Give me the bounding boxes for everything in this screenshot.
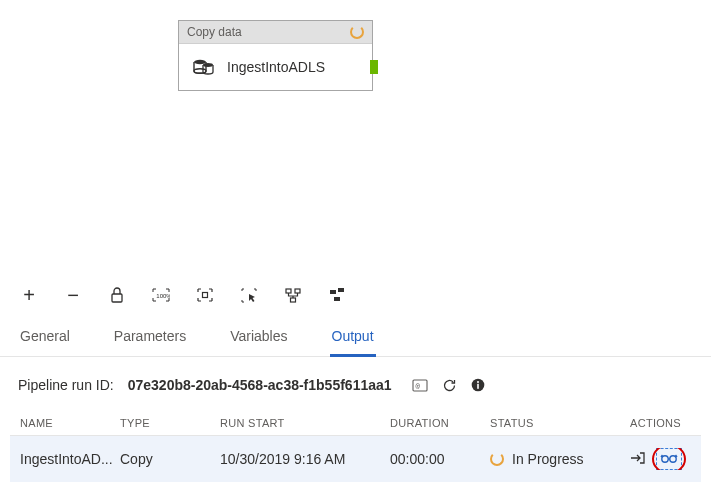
pipeline-run-bar: Pipeline run ID: 07e320b8-20ab-4568-ac38… <box>0 357 711 411</box>
svg-rect-11 <box>334 297 340 301</box>
output-port[interactable] <box>370 60 378 74</box>
svg-point-0 <box>194 60 206 64</box>
activity-header: Copy data <box>179 21 372 44</box>
canvas-toolbar: 100% <box>0 275 711 316</box>
svg-point-17 <box>662 456 668 462</box>
svg-point-15 <box>477 381 479 383</box>
tab-output[interactable]: Output <box>330 322 376 357</box>
col-actions: ACTIONS <box>630 417 710 429</box>
col-type: TYPE <box>120 417 220 429</box>
status-text: In Progress <box>512 451 584 467</box>
input-action-button[interactable] <box>630 451 646 468</box>
run-id-value: 07e320b8-20ab-4568-ac38-f1b55f611aa1 <box>128 377 392 393</box>
cell-duration: 00:00:00 <box>390 451 490 467</box>
layout-button[interactable] <box>326 284 348 306</box>
tab-parameters[interactable]: Parameters <box>112 322 188 356</box>
zoom-100-button[interactable]: 100% <box>150 284 172 306</box>
svg-rect-9 <box>330 290 336 294</box>
pipeline-canvas[interactable]: Copy data IngestIntoADLS <box>0 0 711 275</box>
tab-variables[interactable]: Variables <box>228 322 289 356</box>
table-row[interactable]: IngestIntoAD... Copy 10/30/2019 9:16 AM … <box>10 436 701 482</box>
col-name: NAME <box>20 417 120 429</box>
spinner-icon <box>350 25 364 39</box>
info-icon[interactable] <box>471 378 485 392</box>
zoom-in-button[interactable] <box>18 284 40 306</box>
svg-point-2 <box>203 63 213 67</box>
lock-button[interactable] <box>106 284 128 306</box>
svg-rect-10 <box>338 288 344 292</box>
run-id-label: Pipeline run ID: <box>18 377 114 393</box>
cell-type: Copy <box>120 451 220 467</box>
cell-actions <box>630 448 710 470</box>
svg-rect-3 <box>112 294 122 302</box>
col-status: STATUS <box>490 417 630 429</box>
col-run-start: RUN START <box>220 417 390 429</box>
detail-tabs: General Parameters Variables Output <box>0 316 711 357</box>
auto-align-button[interactable] <box>282 284 304 306</box>
select-button[interactable] <box>238 284 260 306</box>
zoom-out-button[interactable] <box>62 284 84 306</box>
activity-type-label: Copy data <box>187 25 242 39</box>
svg-point-18 <box>670 456 676 462</box>
copy-run-id-button[interactable]: @ <box>412 379 428 392</box>
spinner-icon <box>490 452 504 466</box>
svg-rect-16 <box>477 384 479 389</box>
svg-text:100%: 100% <box>156 293 170 299</box>
table-header-row: NAME TYPE RUN START DURATION STATUS ACTI… <box>10 411 701 436</box>
cell-run-start: 10/30/2019 9:16 AM <box>220 451 390 467</box>
svg-point-1 <box>194 69 206 73</box>
cell-name: IngestIntoAD... <box>20 451 120 467</box>
activity-runs-table: NAME TYPE RUN START DURATION STATUS ACTI… <box>10 411 701 482</box>
refresh-button[interactable] <box>442 378 457 393</box>
svg-text:@: @ <box>415 382 420 390</box>
details-action-button[interactable] <box>656 448 682 470</box>
svg-rect-5 <box>203 293 208 298</box>
svg-rect-6 <box>286 289 291 293</box>
tab-general[interactable]: General <box>18 322 72 356</box>
activity-node-copy-data[interactable]: Copy data IngestIntoADLS <box>178 20 373 91</box>
svg-rect-8 <box>291 298 296 302</box>
activity-body: IngestIntoADLS <box>179 44 372 90</box>
svg-rect-7 <box>295 289 300 293</box>
col-duration: DURATION <box>390 417 490 429</box>
cell-status: In Progress <box>490 451 630 467</box>
activity-name-label: IngestIntoADLS <box>227 59 325 75</box>
fit-to-screen-button[interactable] <box>194 284 216 306</box>
database-copy-icon <box>193 58 215 76</box>
